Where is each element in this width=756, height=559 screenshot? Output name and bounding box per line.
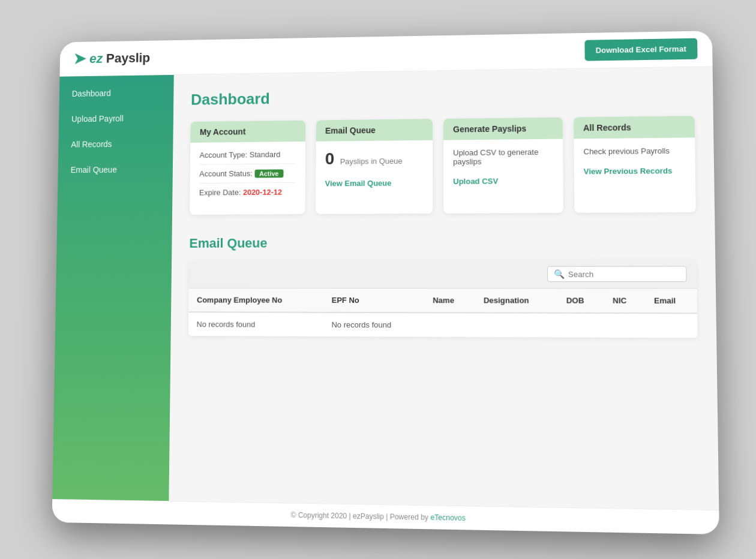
search-input[interactable] — [568, 269, 680, 278]
view-email-queue-link[interactable]: View Email Queue — [325, 178, 423, 188]
dashboard-cards: My Account Account Type: Standard Accoun… — [190, 116, 696, 215]
email-queue-table-container: 🔍 Company Employee No EPF No Name Design… — [188, 260, 698, 338]
all-records-description: Check previous Payrolls — [583, 146, 685, 161]
content-area: Dashboard My Account Account Type: Stand… — [169, 67, 719, 510]
all-records-card-body: Check previous Payrolls View Previous Re… — [574, 137, 695, 184]
footer-link[interactable]: eTecnovos — [430, 513, 466, 522]
email-queue-count-label: Payslips in Queue — [340, 157, 403, 166]
email-queue-count: 0 — [325, 149, 334, 168]
page-title: Dashboard — [191, 84, 694, 109]
table-toolbar: 🔍 — [189, 260, 697, 288]
all-records-card-header: All Records — [574, 116, 695, 139]
email-queue-card-header: Email Queue — [316, 119, 433, 142]
cell-company-employee-no: No records found — [188, 312, 323, 336]
generate-payslips-card-body: Upload CSV to generate payslips Upload C… — [443, 139, 563, 194]
generate-payslips-card-header: Generate Payslips — [443, 118, 563, 140]
account-status-prefix: Account Status: — [199, 169, 253, 178]
cell-dob — [558, 313, 605, 338]
expire-date: Expire Date: 2020-12-12 — [199, 188, 296, 202]
upload-csv-link[interactable]: Upload CSV — [453, 176, 553, 186]
cell-nic — [604, 313, 646, 338]
sidebar-item-email-queue[interactable]: Email Queue — [58, 157, 173, 183]
device-frame: ➤ ezPayslip Download Excel Format Dashbo… — [52, 31, 719, 534]
col-epf-no: EPF No — [323, 288, 424, 312]
my-account-card: My Account Account Type: Standard Accoun… — [190, 121, 305, 215]
email-queue-card: Email Queue 0 Payslips in Queue View Ema… — [316, 119, 433, 214]
email-queue-card-body: 0 Payslips in Queue View Email Queue — [316, 140, 433, 196]
all-records-card: All Records Check previous Payrolls View… — [574, 116, 696, 213]
sidebar: Dashboard Upload Payroll All Records Ema… — [52, 75, 174, 501]
email-queue-section-title: Email Queue — [189, 234, 696, 251]
sidebar-item-dashboard[interactable]: Dashboard — [59, 80, 174, 107]
main-layout: Dashboard Upload Payroll All Records Ema… — [52, 67, 719, 510]
logo-icon: ➤ — [73, 50, 86, 68]
sidebar-item-all-records[interactable]: All Records — [58, 131, 173, 157]
footer-text: © Copyright 2020 | ezPayslip | Powered b… — [290, 511, 430, 522]
table-header-row: Company Employee No EPF No Name Designat… — [188, 288, 697, 314]
col-name: Name — [424, 288, 475, 312]
cell-name — [424, 312, 475, 337]
col-email: Email — [645, 288, 697, 313]
sidebar-item-upload-payroll[interactable]: Upload Payroll — [59, 105, 173, 132]
logo: ➤ ezPayslip — [73, 49, 150, 68]
account-status-badge: Active — [254, 169, 283, 178]
expire-date-value: 2020-12-12 — [243, 188, 282, 197]
cell-email — [646, 313, 698, 338]
col-designation: Designation — [475, 288, 558, 313]
my-account-card-header: My Account — [190, 121, 305, 143]
cell-epf-no: No records found — [323, 312, 425, 337]
cell-designation — [475, 312, 558, 337]
my-account-card-body: Account Type: Standard Account Status: A… — [190, 142, 305, 215]
col-dob: DOB — [557, 288, 604, 313]
table-row: No records found No records found — [188, 312, 698, 338]
view-previous-records-link[interactable]: View Previous Records — [584, 166, 686, 176]
col-nic: NIC — [604, 288, 645, 313]
account-status: Account Status: Active — [199, 169, 296, 184]
generate-payslips-description: Upload CSV to generate payslips — [453, 148, 553, 171]
account-type: Account Type: Standard — [199, 150, 295, 165]
logo-text: Payslip — [106, 50, 151, 66]
search-icon: 🔍 — [554, 269, 565, 279]
search-box[interactable]: 🔍 — [547, 266, 687, 282]
expire-date-prefix: Expire Date: — [199, 188, 241, 197]
col-company-employee-no: Company Employee No — [188, 288, 323, 312]
email-queue-table: Company Employee No EPF No Name Designat… — [188, 288, 698, 338]
logo-ez: ez — [89, 51, 103, 66]
generate-payslips-card: Generate Payslips Upload CSV to generate… — [443, 118, 563, 214]
email-queue-count-row: 0 Payslips in Queue — [325, 149, 423, 173]
download-excel-button[interactable]: Download Excel Format — [584, 38, 697, 61]
